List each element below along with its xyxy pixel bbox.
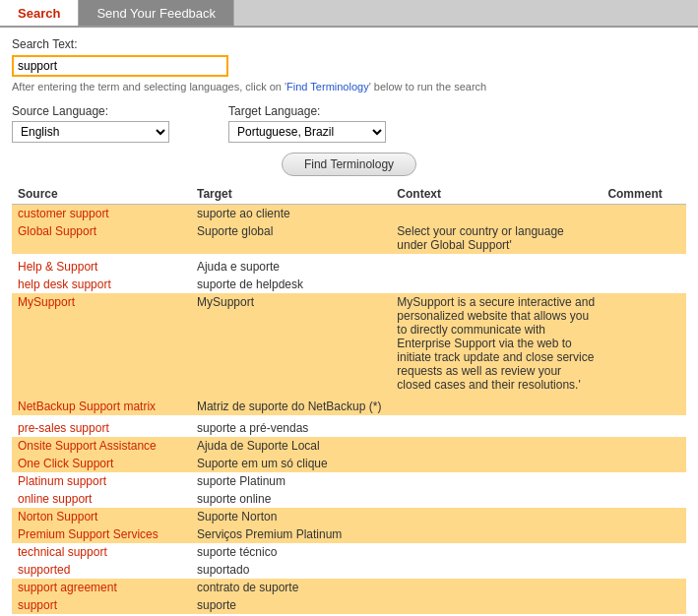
cell-target: Suporte Norton bbox=[191, 508, 391, 525]
col-header-source: Source bbox=[12, 184, 191, 205]
table-row: Norton SupportSuporte Norton bbox=[12, 508, 686, 525]
cell-target: suporte técnico bbox=[191, 543, 391, 561]
cell-target: suportado bbox=[191, 561, 391, 579]
language-row: Source Language: English French German S… bbox=[12, 104, 686, 143]
tab-bar: Search Send Your Feedback bbox=[0, 0, 698, 28]
cell-context bbox=[391, 258, 602, 276]
cell-comment bbox=[602, 455, 686, 472]
find-btn-wrapper: Find Terminology bbox=[12, 153, 686, 176]
cell-target: suporte Platinum bbox=[191, 472, 391, 490]
cell-source: Onsite Support Assistance bbox=[12, 437, 191, 455]
cell-context bbox=[391, 543, 602, 561]
hint-highlight: Find Terminology bbox=[286, 81, 369, 92]
cell-comment bbox=[602, 525, 686, 543]
table-row: supportedsuportado bbox=[12, 561, 686, 579]
cell-target: suporte online bbox=[191, 490, 391, 508]
cell-source: One Click Support bbox=[12, 455, 191, 472]
tab-feedback-label: Send Your Feedback bbox=[96, 6, 216, 21]
cell-comment bbox=[602, 596, 686, 614]
target-language-label: Target Language: bbox=[228, 104, 386, 118]
cell-source: Norton Support bbox=[12, 508, 191, 525]
table-row: customer supportsuporte ao cliente bbox=[12, 205, 686, 223]
table-row: help desk supportsuporte de helpdesk bbox=[12, 276, 686, 293]
cell-target: MySupport bbox=[191, 293, 391, 394]
cell-context bbox=[391, 508, 602, 525]
table-row: Help & SupportAjuda e suporte bbox=[12, 258, 686, 276]
cell-comment bbox=[602, 579, 686, 596]
cell-source: MySupport bbox=[12, 293, 191, 394]
table-row: Premium Support ServicesServiços Premium… bbox=[12, 525, 686, 543]
table-row: supportsuporte bbox=[12, 596, 686, 614]
cell-comment bbox=[602, 205, 686, 223]
tab-search-label: Search bbox=[18, 6, 60, 21]
cell-comment bbox=[602, 276, 686, 293]
find-terminology-button[interactable]: Find Terminology bbox=[282, 153, 416, 176]
cell-context bbox=[391, 596, 602, 614]
cell-source: support agreement bbox=[12, 579, 191, 596]
cell-target: Ajuda de Suporte Local bbox=[191, 437, 391, 455]
search-text-label: Search Text: bbox=[12, 37, 686, 51]
target-language-select[interactable]: Portuguese, Brazil French German Spanish bbox=[228, 121, 386, 143]
cell-target: suporte ao cliente bbox=[191, 205, 391, 223]
table-row: One Click SupportSuporte em um só clique bbox=[12, 455, 686, 472]
target-language-group: Target Language: Portuguese, Brazil Fren… bbox=[228, 104, 386, 143]
cell-context bbox=[391, 205, 602, 223]
cell-target: Suporte global bbox=[191, 222, 391, 254]
cell-comment bbox=[602, 490, 686, 508]
table-row: Global SupportSuporte globalSelect your … bbox=[12, 222, 686, 254]
table-row: technical supportsuporte técnico bbox=[12, 543, 686, 561]
table-row: NetBackup Support matrixMatriz de suport… bbox=[12, 398, 686, 415]
cell-context: MySupport is a secure interactive and pe… bbox=[391, 293, 602, 394]
cell-target: Matriz de suporte do NetBackup (*) bbox=[191, 398, 391, 415]
cell-source: Premium Support Services bbox=[12, 525, 191, 543]
cell-source: Help & Support bbox=[12, 258, 191, 276]
cell-context bbox=[391, 455, 602, 472]
cell-source: online support bbox=[12, 490, 191, 508]
cell-target: suporte bbox=[191, 596, 391, 614]
cell-context bbox=[391, 276, 602, 293]
cell-context bbox=[391, 525, 602, 543]
source-language-label: Source Language: bbox=[12, 104, 169, 118]
cell-target: contrato de suporte bbox=[191, 579, 391, 596]
cell-source: Global Support bbox=[12, 222, 191, 254]
table-row: Platinum supportsuporte Platinum bbox=[12, 472, 686, 490]
cell-source: technical support bbox=[12, 543, 191, 561]
source-language-select[interactable]: English French German Spanish bbox=[12, 121, 169, 143]
cell-comment bbox=[602, 222, 686, 254]
tab-feedback[interactable]: Send Your Feedback bbox=[79, 0, 234, 26]
results-table: Source Target Context Comment customer s… bbox=[12, 184, 686, 616]
cell-target: Serviços Premium Platinum bbox=[191, 525, 391, 543]
cell-comment bbox=[602, 398, 686, 415]
table-row: online supportsuporte online bbox=[12, 490, 686, 508]
cell-comment bbox=[602, 472, 686, 490]
cell-comment bbox=[602, 293, 686, 394]
cell-source: NetBackup Support matrix bbox=[12, 398, 191, 415]
search-hint: After entering the term and selecting la… bbox=[12, 81, 686, 92]
cell-target: Suporte em um só clique bbox=[191, 455, 391, 472]
table-row: support agreementcontrato de suporte bbox=[12, 579, 686, 596]
source-language-group: Source Language: English French German S… bbox=[12, 104, 169, 143]
col-header-target: Target bbox=[191, 184, 391, 205]
cell-context bbox=[391, 419, 602, 437]
cell-comment bbox=[602, 437, 686, 455]
table-row: pre-sales supportsuporte a pré-vendas bbox=[12, 419, 686, 437]
tab-search[interactable]: Search bbox=[0, 0, 79, 26]
table-row: MySupportMySupportMySupport is a secure … bbox=[12, 293, 686, 394]
cell-context bbox=[391, 579, 602, 596]
cell-context bbox=[391, 398, 602, 415]
search-input[interactable] bbox=[12, 55, 228, 77]
cell-comment bbox=[602, 419, 686, 437]
cell-source: supported bbox=[12, 561, 191, 579]
cell-context bbox=[391, 561, 602, 579]
cell-comment bbox=[602, 508, 686, 525]
table-row: Onsite Support AssistanceAjuda de Suport… bbox=[12, 437, 686, 455]
cell-target: Ajuda e suporte bbox=[191, 258, 391, 276]
cell-comment bbox=[602, 258, 686, 276]
cell-source: support bbox=[12, 596, 191, 614]
cell-source: help desk support bbox=[12, 276, 191, 293]
cell-context bbox=[391, 437, 602, 455]
cell-target: suporte de helpdesk bbox=[191, 276, 391, 293]
cell-source: Platinum support bbox=[12, 472, 191, 490]
cell-context bbox=[391, 490, 602, 508]
cell-context: Select your country or language under Gl… bbox=[391, 222, 602, 254]
